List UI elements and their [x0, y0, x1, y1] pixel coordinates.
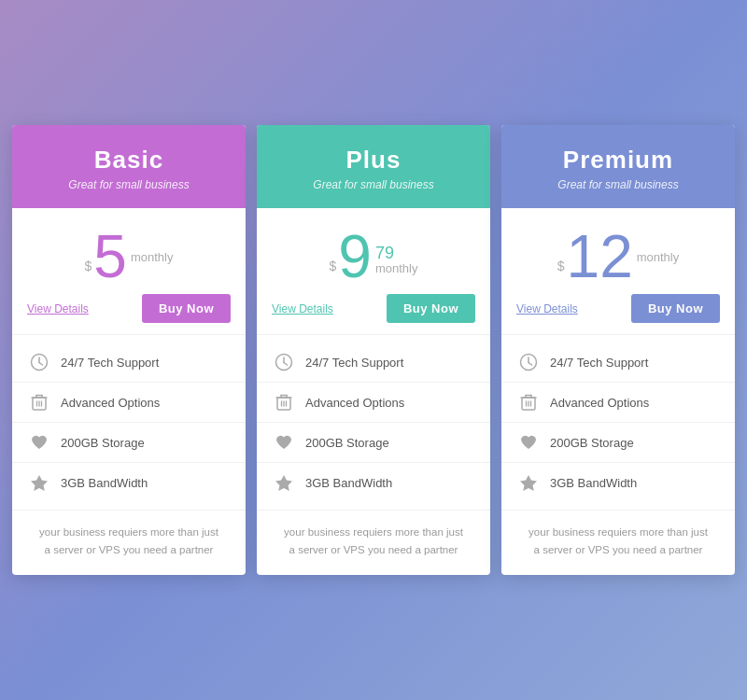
- price-monthly-label: monthly: [375, 261, 418, 275]
- price-section: $ 5 monthly: [12, 208, 246, 294]
- buy-now-button[interactable]: Buy Now: [631, 294, 720, 323]
- price-monthly-label: monthly: [131, 250, 174, 264]
- card-actions: View Details Buy Now: [12, 294, 246, 334]
- star-icon: [29, 472, 49, 493]
- card-footer: your business requiers more than justa s…: [257, 510, 490, 575]
- feature-item-trash: Advanced Options: [257, 383, 490, 423]
- card-actions: View Details Buy Now: [257, 294, 490, 334]
- plan-subtitle: Great for small business: [275, 178, 472, 191]
- pricing-card-premium: Premium Great for small business $ 12 mo…: [501, 125, 735, 575]
- price-section: $ 9 79 monthly: [257, 208, 490, 294]
- star-icon: [274, 472, 294, 493]
- feature-list: 24/7 Tech Support Advanced Options: [257, 335, 490, 510]
- pricing-card-basic: Basic Great for small business $ 5 month…: [12, 125, 246, 575]
- view-details-link[interactable]: View Details: [272, 302, 333, 315]
- trash-icon: [274, 392, 294, 413]
- trash-icon: [518, 392, 539, 413]
- svg-marker-11: [31, 475, 48, 491]
- price-amount: 12: [567, 227, 633, 287]
- price-dollar: $: [85, 259, 92, 273]
- card-header-plus: Plus Great for small business: [257, 125, 490, 208]
- pricing-container: Basic Great for small business $ 5 month…: [9, 125, 738, 575]
- svg-line-2: [39, 363, 43, 366]
- feature-text: 3GB BandWidth: [305, 476, 392, 490]
- price-cents-monthly: 79 monthly: [375, 245, 418, 275]
- feature-item-clock: 24/7 Tech Support: [257, 343, 490, 383]
- feature-text: 200GB Storage: [61, 436, 145, 450]
- buy-now-button[interactable]: Buy Now: [142, 294, 231, 323]
- clock-icon: [274, 352, 294, 372]
- plan-name: Basic: [31, 146, 227, 175]
- price-monthly-wrapper: monthly: [637, 250, 680, 275]
- price-cents: 79: [375, 245, 418, 261]
- price-amount: 5: [93, 227, 127, 287]
- heart-icon: [518, 432, 539, 453]
- pricing-card-plus: Plus Great for small business $ 9 79 mon…: [257, 125, 490, 575]
- feature-text: 24/7 Tech Support: [550, 356, 648, 370]
- plan-subtitle: Great for small business: [520, 178, 716, 191]
- card-actions: View Details Buy Now: [501, 294, 735, 334]
- price-dollar: $: [330, 259, 337, 273]
- view-details-link[interactable]: View Details: [516, 302, 578, 315]
- star-icon: [518, 472, 539, 493]
- feature-text: Advanced Options: [550, 396, 649, 410]
- card-footer: your business requiers more than justa s…: [12, 510, 246, 575]
- heart-icon: [29, 432, 49, 453]
- feature-item-heart: 200GB Storage: [501, 423, 735, 463]
- plan-subtitle: Great for small business: [31, 178, 227, 191]
- trash-icon: [29, 392, 49, 413]
- plan-name: Premium: [520, 146, 716, 175]
- price-dollar: $: [557, 259, 565, 273]
- feature-text: 24/7 Tech Support: [61, 356, 159, 370]
- svg-line-14: [284, 363, 288, 366]
- price-section: $ 12 monthly: [501, 208, 735, 294]
- feature-text: 200GB Storage: [550, 436, 634, 450]
- view-details-link[interactable]: View Details: [27, 302, 89, 315]
- feature-list: 24/7 Tech Support Advanced Options: [12, 335, 246, 510]
- feature-list: 24/7 Tech Support Advanced Options: [501, 335, 735, 510]
- card-header-basic: Basic Great for small business: [12, 125, 246, 208]
- feature-item-clock: 24/7 Tech Support: [12, 343, 246, 383]
- clock-icon: [518, 352, 539, 372]
- clock-icon: [29, 352, 49, 372]
- svg-marker-23: [275, 475, 292, 491]
- feature-text: 24/7 Tech Support: [305, 356, 403, 370]
- plan-name: Plus: [275, 146, 472, 175]
- svg-marker-35: [520, 475, 537, 491]
- buy-now-button[interactable]: Buy Now: [387, 294, 475, 323]
- heart-icon: [274, 432, 294, 453]
- feature-item-trash: Advanced Options: [12, 383, 246, 423]
- feature-text: Advanced Options: [61, 396, 160, 410]
- feature-text: 3GB BandWidth: [61, 476, 148, 490]
- feature-item-trash: Advanced Options: [501, 383, 735, 423]
- price-monthly-label: monthly: [637, 250, 680, 264]
- feature-item-star: 3GB BandWidth: [257, 463, 490, 502]
- card-header-premium: Premium Great for small business: [501, 125, 735, 208]
- feature-item-star: 3GB BandWidth: [12, 463, 246, 502]
- feature-item-star: 3GB BandWidth: [501, 463, 735, 502]
- price-amount: 9: [338, 227, 372, 287]
- feature-item-clock: 24/7 Tech Support: [501, 343, 735, 383]
- feature-text: 3GB BandWidth: [550, 476, 637, 490]
- feature-item-heart: 200GB Storage: [257, 423, 490, 463]
- feature-text: Advanced Options: [305, 396, 404, 410]
- feature-item-heart: 200GB Storage: [12, 423, 246, 463]
- price-monthly-wrapper: monthly: [131, 250, 174, 275]
- card-footer: your business requiers more than justa s…: [501, 510, 735, 575]
- svg-line-26: [529, 363, 532, 366]
- feature-text: 200GB Storage: [305, 436, 389, 450]
